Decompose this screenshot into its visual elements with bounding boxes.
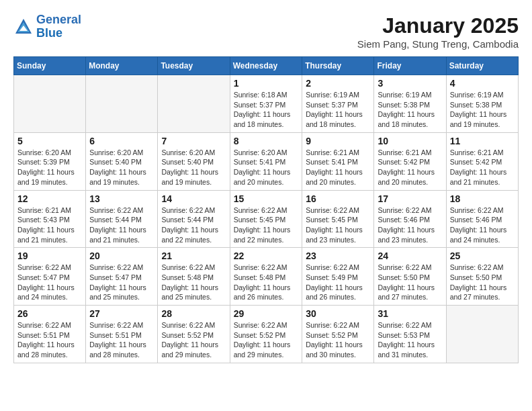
day-info: Sunrise: 6:22 AM Sunset: 5:50 PM Dayligh… <box>450 263 515 302</box>
calendar-day-cell: 30Sunrise: 6:22 AM Sunset: 5:52 PM Dayli… <box>302 306 374 363</box>
calendar-day-cell: 24Sunrise: 6:22 AM Sunset: 5:50 PM Dayli… <box>374 248 446 306</box>
calendar-day-cell: 28Sunrise: 6:22 AM Sunset: 5:52 PM Dayli… <box>158 306 230 363</box>
day-number: 23 <box>306 250 370 261</box>
day-info: Sunrise: 6:22 AM Sunset: 5:51 PM Dayligh… <box>89 320 154 360</box>
day-number: 22 <box>234 250 299 261</box>
logo: General Blue <box>13 13 81 40</box>
day-of-week-header: Saturday <box>446 57 518 75</box>
day-number: 6 <box>89 136 154 146</box>
day-of-week-header: Sunday <box>14 57 86 75</box>
day-number: 10 <box>378 136 442 146</box>
calendar-day-cell: 25Sunrise: 6:22 AM Sunset: 5:50 PM Dayli… <box>446 248 518 306</box>
calendar-day-cell: 19Sunrise: 6:22 AM Sunset: 5:47 PM Dayli… <box>14 248 86 306</box>
calendar-day-cell: 6Sunrise: 6:20 AM Sunset: 5:40 PM Daylig… <box>86 132 158 190</box>
calendar-day-cell: 1Sunrise: 6:18 AM Sunset: 5:37 PM Daylig… <box>230 75 302 133</box>
calendar-day-cell: 22Sunrise: 6:22 AM Sunset: 5:48 PM Dayli… <box>230 248 302 306</box>
day-info: Sunrise: 6:22 AM Sunset: 5:45 PM Dayligh… <box>234 205 299 245</box>
location-subtitle: Siem Pang, Stung Treng, Cambodia <box>357 38 519 50</box>
calendar-day-cell: 2Sunrise: 6:19 AM Sunset: 5:37 PM Daylig… <box>302 75 374 133</box>
day-info: Sunrise: 6:20 AM Sunset: 5:41 PM Dayligh… <box>234 148 299 187</box>
day-number: 26 <box>17 308 82 319</box>
day-info: Sunrise: 6:22 AM Sunset: 5:46 PM Dayligh… <box>450 205 515 245</box>
day-number: 20 <box>89 250 154 261</box>
title-block: January 2025 Siem Pang, Stung Treng, Cam… <box>357 13 519 50</box>
day-number: 4 <box>450 78 515 89</box>
day-number: 8 <box>234 136 299 146</box>
day-info: Sunrise: 6:22 AM Sunset: 5:46 PM Dayligh… <box>378 205 442 245</box>
day-info: Sunrise: 6:21 AM Sunset: 5:42 PM Dayligh… <box>450 148 515 187</box>
day-number: 19 <box>17 250 82 261</box>
day-info: Sunrise: 6:22 AM Sunset: 5:49 PM Dayligh… <box>306 263 370 302</box>
calendar-day-cell: 12Sunrise: 6:21 AM Sunset: 5:43 PM Dayli… <box>14 190 86 248</box>
day-number: 3 <box>378 78 442 89</box>
calendar-day-cell: 31Sunrise: 6:22 AM Sunset: 5:53 PM Dayli… <box>374 306 446 363</box>
day-number: 7 <box>161 136 226 146</box>
day-number: 29 <box>234 308 299 319</box>
day-of-week-header: Thursday <box>302 57 374 75</box>
day-info: Sunrise: 6:20 AM Sunset: 5:39 PM Dayligh… <box>17 148 82 187</box>
day-info: Sunrise: 6:22 AM Sunset: 5:52 PM Dayligh… <box>234 320 299 360</box>
day-info: Sunrise: 6:22 AM Sunset: 5:44 PM Dayligh… <box>161 205 226 245</box>
calendar-day-cell: 20Sunrise: 6:22 AM Sunset: 5:47 PM Dayli… <box>86 248 158 306</box>
calendar-day-cell: 5Sunrise: 6:20 AM Sunset: 5:39 PM Daylig… <box>14 132 86 190</box>
calendar-week-row: 26Sunrise: 6:22 AM Sunset: 5:51 PM Dayli… <box>14 306 519 363</box>
calendar-day-cell <box>446 306 518 363</box>
day-info: Sunrise: 6:22 AM Sunset: 5:44 PM Dayligh… <box>89 205 154 245</box>
day-number: 12 <box>17 193 82 204</box>
day-number: 25 <box>450 250 515 261</box>
calendar-day-cell <box>14 75 86 133</box>
day-number: 13 <box>89 193 154 204</box>
calendar-day-cell <box>158 75 230 133</box>
logo-text: General Blue <box>36 13 81 40</box>
day-info: Sunrise: 6:21 AM Sunset: 5:43 PM Dayligh… <box>17 205 82 245</box>
calendar-day-cell: 11Sunrise: 6:21 AM Sunset: 5:42 PM Dayli… <box>446 132 518 190</box>
day-info: Sunrise: 6:20 AM Sunset: 5:40 PM Dayligh… <box>161 148 226 187</box>
day-number: 30 <box>306 308 370 319</box>
day-number: 11 <box>450 136 515 146</box>
day-info: Sunrise: 6:18 AM Sunset: 5:37 PM Dayligh… <box>234 90 299 130</box>
day-info: Sunrise: 6:21 AM Sunset: 5:41 PM Dayligh… <box>306 148 370 187</box>
day-number: 2 <box>306 78 370 89</box>
day-info: Sunrise: 6:19 AM Sunset: 5:37 PM Dayligh… <box>306 90 370 130</box>
calendar-week-row: 12Sunrise: 6:21 AM Sunset: 5:43 PM Dayli… <box>14 190 519 248</box>
day-info: Sunrise: 6:20 AM Sunset: 5:40 PM Dayligh… <box>89 148 154 187</box>
calendar-table: SundayMondayTuesdayWednesdayThursdayFrid… <box>13 56 519 363</box>
day-number: 28 <box>161 308 226 319</box>
day-info: Sunrise: 6:22 AM Sunset: 5:52 PM Dayligh… <box>306 320 370 360</box>
day-info: Sunrise: 6:22 AM Sunset: 5:50 PM Dayligh… <box>378 263 442 302</box>
calendar-week-row: 19Sunrise: 6:22 AM Sunset: 5:47 PM Dayli… <box>14 248 519 306</box>
calendar-day-cell: 10Sunrise: 6:21 AM Sunset: 5:42 PM Dayli… <box>374 132 446 190</box>
day-info: Sunrise: 6:22 AM Sunset: 5:48 PM Dayligh… <box>234 263 299 302</box>
day-info: Sunrise: 6:22 AM Sunset: 5:47 PM Dayligh… <box>17 263 82 302</box>
day-of-week-header: Tuesday <box>158 57 230 75</box>
day-number: 16 <box>306 193 370 204</box>
day-number: 18 <box>450 193 515 204</box>
day-number: 14 <box>161 193 226 204</box>
day-info: Sunrise: 6:22 AM Sunset: 5:52 PM Dayligh… <box>161 320 226 360</box>
calendar-day-cell: 27Sunrise: 6:22 AM Sunset: 5:51 PM Dayli… <box>86 306 158 363</box>
logo-icon <box>13 17 34 37</box>
month-title: January 2025 <box>357 13 519 38</box>
day-info: Sunrise: 6:22 AM Sunset: 5:53 PM Dayligh… <box>378 320 442 360</box>
day-info: Sunrise: 6:22 AM Sunset: 5:45 PM Dayligh… <box>306 205 370 245</box>
calendar-day-cell: 8Sunrise: 6:20 AM Sunset: 5:41 PM Daylig… <box>230 132 302 190</box>
calendar-day-cell: 29Sunrise: 6:22 AM Sunset: 5:52 PM Dayli… <box>230 306 302 363</box>
day-info: Sunrise: 6:22 AM Sunset: 5:48 PM Dayligh… <box>161 263 226 302</box>
calendar-header-row: SundayMondayTuesdayWednesdayThursdayFrid… <box>14 57 519 75</box>
calendar-day-cell: 13Sunrise: 6:22 AM Sunset: 5:44 PM Dayli… <box>86 190 158 248</box>
day-number: 17 <box>378 193 442 204</box>
day-info: Sunrise: 6:19 AM Sunset: 5:38 PM Dayligh… <box>378 90 442 130</box>
day-number: 1 <box>234 78 299 89</box>
calendar-day-cell: 18Sunrise: 6:22 AM Sunset: 5:46 PM Dayli… <box>446 190 518 248</box>
calendar-day-cell: 26Sunrise: 6:22 AM Sunset: 5:51 PM Dayli… <box>14 306 86 363</box>
calendar-day-cell: 9Sunrise: 6:21 AM Sunset: 5:41 PM Daylig… <box>302 132 374 190</box>
calendar-day-cell <box>86 75 158 133</box>
page-header: General Blue January 2025 Siem Pang, Stu… <box>13 13 519 50</box>
calendar-day-cell: 15Sunrise: 6:22 AM Sunset: 5:45 PM Dayli… <box>230 190 302 248</box>
calendar-week-row: 1Sunrise: 6:18 AM Sunset: 5:37 PM Daylig… <box>14 75 519 133</box>
day-number: 5 <box>17 136 82 146</box>
calendar-day-cell: 16Sunrise: 6:22 AM Sunset: 5:45 PM Dayli… <box>302 190 374 248</box>
day-number: 27 <box>89 308 154 319</box>
day-info: Sunrise: 6:21 AM Sunset: 5:42 PM Dayligh… <box>378 148 442 187</box>
calendar-day-cell: 7Sunrise: 6:20 AM Sunset: 5:40 PM Daylig… <box>158 132 230 190</box>
